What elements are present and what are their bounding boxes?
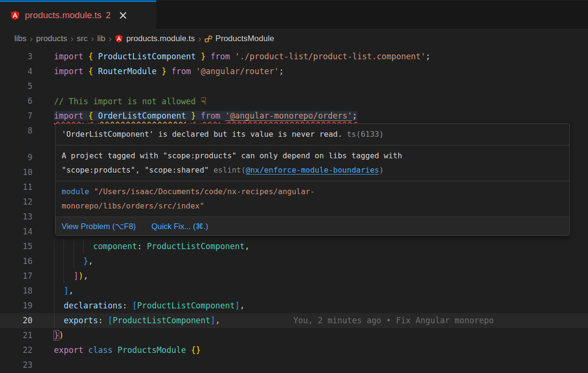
code-line-content[interactable]: ], (32, 284, 74, 298)
code-line-content[interactable] (32, 165, 54, 180)
code-line-content[interactable] (32, 224, 54, 239)
line-number: 3 (0, 49, 32, 64)
code-line-20[interactable]: 20 exports: [ProductListComponent],You, … (0, 313, 588, 328)
code-line-content[interactable]: }, (32, 254, 93, 269)
breadcrumb-item-libs[interactable]: libs (14, 34, 27, 44)
code-line-7[interactable]: 7import { OrderListComponent } from '@an… (0, 109, 588, 123)
code-line-4[interactable]: 4import { RouterModule } from '@angular/… (0, 64, 588, 79)
breadcrumb-item-src[interactable]: src (77, 34, 88, 44)
line-number: 21 (0, 328, 32, 343)
breadcrumb-item-symbol[interactable]: ProductsModule (215, 34, 274, 44)
code-line-content[interactable]: component: ProductListComponent, (32, 239, 249, 254)
code-line-19[interactable]: 19 declarations: [ProductListComponent], (0, 298, 588, 313)
line-number: 22 (0, 343, 32, 358)
code-line-content[interactable]: import { RouterModule } from '@angular/r… (32, 64, 284, 79)
breadcrumb: libs › products › src › lib › products.m… (0, 30, 588, 48)
code-line-content[interactable]: exports: [ProductListComponent],You, 2 m… (32, 313, 494, 328)
breadcrumb-item-lib[interactable]: lib (97, 34, 105, 44)
code-line-content[interactable] (32, 195, 54, 209)
code-line-content[interactable] (32, 180, 54, 195)
code-line-content[interactable] (32, 79, 54, 94)
line-number: 12 (0, 195, 32, 209)
ts-diagnostic-message: 'OrderListComponent' is declared but its… (55, 124, 569, 145)
diagnostic-hover-popup: 'OrderListComponent' is declared but its… (55, 123, 570, 236)
tab-products-module-ts[interactable]: products.module.ts 2 × (0, 0, 156, 30)
hover-action-bar: View Problem (⌥F8) Quick Fix... (⌘.) (55, 217, 569, 235)
line-number: 23 (0, 358, 32, 373)
code-line-content[interactable]: ]), (32, 269, 88, 284)
diagnostic-text-line2: "scope:products", "scope:shared" eslint(… (62, 163, 563, 177)
breadcrumb-item-products[interactable]: products (36, 34, 67, 44)
code-line-content[interactable]: // This import is not allowed ☟ (32, 94, 206, 109)
module-keyword: module (62, 187, 89, 196)
tab-bar: products.module.ts 2 × (0, 0, 588, 30)
tab-title: products.module.ts (25, 10, 102, 21)
code-line-content[interactable] (32, 209, 54, 224)
line-number: 9 (0, 150, 32, 165)
chevron-right-icon: › (91, 34, 94, 44)
tab-problems-badge: 2 (106, 11, 111, 21)
tab-close-icon[interactable]: × (118, 10, 128, 21)
line-number: 10 (0, 165, 32, 180)
code-line-21[interactable]: 21}) (0, 328, 588, 343)
code-line-content[interactable] (32, 123, 54, 138)
error-highlight-range: import { OrderListComponent } from '@ang… (54, 111, 357, 121)
line-number: 18 (0, 284, 32, 298)
line-number: 11 (0, 180, 32, 195)
diagnostic-text-line1: A project tagged with "scope:products" c… (62, 149, 563, 163)
code-line-3[interactable]: 3import { ProductListComponent } from '.… (0, 49, 588, 64)
code-line-content[interactable]: }) (32, 328, 64, 343)
code-line-content[interactable]: import { ProductListComponent } from './… (32, 49, 430, 64)
module-path-info: module "/Users/isaac/Documents/code/nx-r… (55, 181, 569, 217)
angular-icon (115, 34, 123, 43)
breadcrumb-item-file[interactable]: products.module.ts (126, 34, 195, 44)
code-line-content[interactable]: export class ProductsModule {} (32, 343, 201, 358)
line-number: 8 (0, 123, 32, 138)
code-line-5[interactable]: 5 (0, 79, 588, 94)
code-line-content[interactable]: declarations: [ProductListComponent], (32, 298, 245, 313)
diagnostic-text: 'OrderListComponent' is declared but its… (62, 130, 347, 139)
code-line-18[interactable]: 18 ], (0, 284, 588, 298)
line-number: 4 (0, 64, 32, 79)
diagnostic-source: ts(6133) (347, 130, 384, 139)
line-number: 14 (0, 224, 32, 239)
chevron-right-icon: › (108, 34, 111, 44)
chevron-right-icon: › (30, 34, 33, 44)
code-line-content[interactable]: import { OrderListComponent } from '@ang… (32, 109, 357, 123)
angular-icon (10, 11, 20, 21)
view-problem-action[interactable]: View Problem (⌥F8) (62, 222, 136, 230)
code-line-content[interactable] (32, 358, 54, 373)
chevron-right-icon: › (71, 34, 74, 44)
code-line-17[interactable]: 17 ]), (0, 269, 588, 284)
eslint-diagnostic-message: A project tagged with "scope:products" c… (55, 145, 569, 181)
eslint-rule-link[interactable]: @nx/enforce-module-boundaries (246, 165, 379, 175)
code-line-16[interactable]: 16 }, (0, 254, 588, 269)
line-number: 16 (0, 254, 32, 269)
code-line-content[interactable] (32, 150, 54, 165)
line-number: 13 (0, 209, 32, 224)
line-number: 17 (0, 269, 32, 284)
class-symbol-icon (204, 35, 213, 43)
line-number: 6 (0, 94, 32, 109)
line-number: 20 (0, 313, 32, 328)
git-blame-annotation: You, 2 minutes ago • Fix Angular monorep… (293, 316, 494, 325)
code-line-6[interactable]: 6// This import is not allowed ☟ (0, 94, 588, 109)
line-number: 19 (0, 298, 32, 313)
code-line-15[interactable]: 15 component: ProductListComponent, (0, 239, 588, 254)
quick-fix-action[interactable]: Quick Fix... (⌘.) (151, 222, 208, 230)
code-line-22[interactable]: 22export class ProductsModule {} (0, 343, 588, 358)
line-number: 5 (0, 79, 32, 94)
line-number: 7 (0, 109, 32, 123)
line-number: 15 (0, 239, 32, 254)
code-line-23[interactable]: 23 (0, 358, 588, 373)
chevron-right-icon: › (198, 34, 201, 44)
